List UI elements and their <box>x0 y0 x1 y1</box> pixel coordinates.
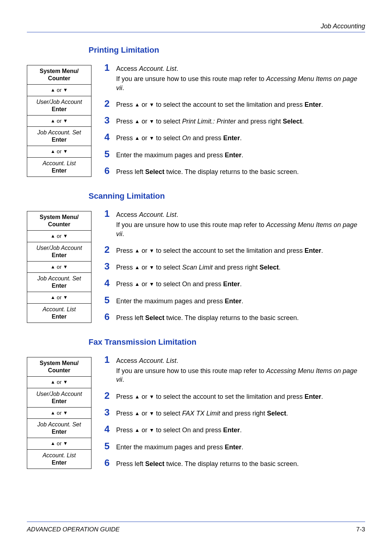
nav-or-text: or <box>55 87 63 93</box>
step-body: Press ▲ or ▼ to select the account to se… <box>116 392 365 401</box>
text: and press <box>191 134 223 142</box>
route-map-cell: User/Job AccountEnter <box>27 242 91 262</box>
nav-or-text: or <box>55 379 63 385</box>
triangle-down-icon: ▼ <box>149 427 154 433</box>
bold-text: Select <box>145 168 164 175</box>
step-body: Press ▲ or ▼ to select On and press Ente… <box>116 134 365 142</box>
triangle-down-icon: ▼ <box>63 295 68 300</box>
text: to select <box>154 410 182 417</box>
step-line: Press ▲ or ▼ to select FAX TX Limit and … <box>116 409 365 418</box>
text: or <box>140 410 149 417</box>
bold-text: Enter <box>305 247 321 254</box>
text: or <box>140 426 149 434</box>
step: 3Press ▲ or ▼ to select FAX TX Limit and… <box>102 408 365 418</box>
text: Press left <box>116 314 145 321</box>
step: 5Enter the maximum pages and press Enter… <box>102 149 365 159</box>
step-line: Press ▲ or ▼ to select the account to se… <box>116 392 365 401</box>
triangle-up-icon: ▲ <box>50 379 55 385</box>
step-number: 2 <box>102 99 110 108</box>
text: and press right <box>220 410 267 417</box>
text: Press <box>116 134 135 142</box>
step-body: Press ▲ or ▼ to select FAX TX Limit and … <box>116 409 365 418</box>
route-map-primary: Enter <box>29 398 89 405</box>
route-map-cell: Account. ListEnter <box>27 304 91 323</box>
text: Press <box>116 393 135 400</box>
step: 2Press ▲ or ▼ to select the account to s… <box>102 391 365 401</box>
route-map-cell: Job Account. SetEnter <box>27 419 91 438</box>
route-map-primary: System Menu/ Counter <box>29 68 89 82</box>
text: Press <box>116 410 135 417</box>
step: 1Access Account. List.If you are unsure … <box>102 355 365 384</box>
text: Access <box>116 357 139 364</box>
text: . <box>122 84 124 92</box>
triangle-down-icon: ▼ <box>63 149 68 154</box>
triangle-up-icon: ▲ <box>50 295 55 300</box>
step: 5Enter the maximum pages and press Enter… <box>102 441 365 451</box>
nav-or-text: or <box>55 264 63 270</box>
route-map-primary: System Menu/ Counter <box>29 360 89 374</box>
step-line: Enter the maximum pages and press Enter. <box>116 297 365 305</box>
triangle-down-icon: ▼ <box>149 102 154 108</box>
text: . <box>122 230 124 238</box>
triangle-up-icon: ▲ <box>135 281 140 287</box>
text: Enter the maximum pages and press <box>116 151 225 159</box>
text: Press <box>116 247 135 254</box>
section-heading: Scanning Limitation <box>89 191 365 202</box>
route-map-primary: Enter <box>29 313 89 320</box>
text: to select <box>154 118 182 125</box>
step-body: Access Account. List.If you are unsure h… <box>116 210 365 238</box>
triangle-down-icon: ▼ <box>63 441 68 446</box>
route-map-cell: User/Job AccountEnter <box>27 388 91 408</box>
route-map-cell: ▲ or ▼ <box>27 146 91 158</box>
text: or <box>140 393 149 400</box>
triangle-up-icon: ▲ <box>135 410 140 416</box>
section-block: System Menu/ Counter▲ or ▼User/Job Accou… <box>89 209 365 323</box>
route-map: System Menu/ Counter▲ or ▼User/Job Accou… <box>27 65 91 177</box>
triangle-up-icon: ▲ <box>135 102 140 108</box>
text: Press <box>116 118 135 125</box>
page-body: Printing LimitationSystem Menu/ Counter▲… <box>27 45 365 469</box>
route-map-cell: ▲ or ▼ <box>27 377 91 388</box>
text: to select On and press <box>154 426 223 434</box>
text: . <box>286 410 288 417</box>
section: Fax Transmission LimitationSystem Menu/ … <box>89 337 365 469</box>
step: 2Press ▲ or ▼ to select the account to s… <box>102 245 365 255</box>
text: . <box>240 134 242 142</box>
step-number: 3 <box>102 262 110 271</box>
triangle-down-icon: ▼ <box>149 410 154 416</box>
section-block: System Menu/ Counter▲ or ▼User/Job Accou… <box>89 63 365 177</box>
text: . <box>241 443 243 451</box>
step-body: Press ▲ or ▼ to select the account to se… <box>116 100 365 109</box>
route-map-secondary: Job Account. Set <box>29 275 89 282</box>
route-map-cell: System Menu/ Counter <box>27 357 91 377</box>
step-line: Press ▲ or ▼ to select On and press Ente… <box>116 426 365 434</box>
bold-text: Enter <box>223 134 240 142</box>
triangle-down-icon: ▼ <box>149 394 154 400</box>
text: or <box>140 134 149 142</box>
italic-text: FAX TX Limit <box>182 410 220 417</box>
step-number: 6 <box>102 458 110 467</box>
route-map-secondary: Account. List <box>29 452 89 459</box>
step: 4Press ▲ or ▼ to select On and press Ent… <box>102 424 365 434</box>
step-number: 3 <box>102 116 110 125</box>
text: . <box>241 297 243 305</box>
step-line: Press ▲ or ▼ to select the account to se… <box>116 246 365 255</box>
nav-or-text: or <box>55 233 63 239</box>
text: If you are unsure how to use this route … <box>116 75 266 82</box>
text: Press <box>116 426 135 434</box>
triangle-down-icon: ▼ <box>63 379 68 385</box>
italic-text: Print Limit.: Printer <box>182 118 236 125</box>
steps-list: 1Access Account. List.If you are unsure … <box>102 355 365 468</box>
step-number: 4 <box>102 278 110 288</box>
triangle-down-icon: ▼ <box>149 281 154 287</box>
triangle-down-icon: ▼ <box>149 118 154 124</box>
route-map-secondary: Account. List <box>29 306 89 313</box>
step-line: If you are unsure how to use this route … <box>116 366 365 384</box>
step-body: Enter the maximum pages and press Enter. <box>116 297 365 305</box>
step-number: 3 <box>102 408 110 417</box>
text: Press <box>116 264 135 271</box>
route-map-primary: Enter <box>29 252 89 259</box>
triangle-down-icon: ▼ <box>149 264 154 270</box>
step-number: 5 <box>102 295 110 305</box>
step-number: 4 <box>102 424 110 434</box>
